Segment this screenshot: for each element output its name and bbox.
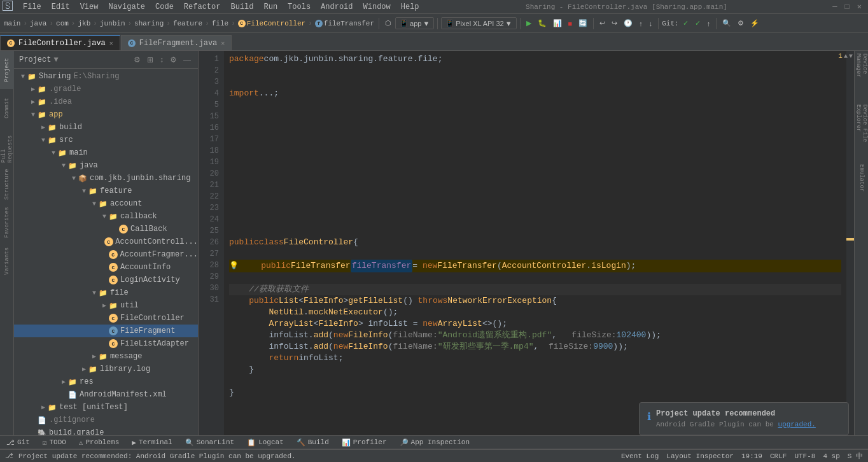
project-collapse-btn[interactable]: —: [181, 55, 193, 65]
tree-item-filecontroller[interactable]: ▶ C FileController: [14, 312, 198, 325]
tree-item-java[interactable]: ▼ 📁 java: [14, 159, 198, 172]
toolbar-btn-4[interactable]: ↑: [636, 18, 645, 29]
sidebar-tab-pullrequests[interactable]: Pull Requests: [0, 127, 14, 165]
breadcrumb-file[interactable]: file: [211, 20, 230, 27]
toolbar-btn-5[interactable]: ↓: [647, 18, 655, 29]
bottom-tab-profiler[interactable]: 📊 Profiler: [335, 435, 393, 449]
project-settings-btn[interactable]: ⚙: [132, 55, 143, 65]
tree-item-buildgradle[interactable]: ▶ 🐘 build.gradle: [14, 426, 198, 435]
right-tab-devicefileexplorer[interactable]: Device File Explorer: [855, 102, 868, 153]
bottom-tab-sonarlint[interactable]: 🔍 SonarLint: [179, 435, 241, 449]
tree-item-manifest[interactable]: ▶ 📄 AndroidManifest.xml: [14, 388, 198, 401]
close-btn[interactable]: ✕: [853, 2, 865, 11]
tree-item-res[interactable]: ▶ 📁 res: [14, 375, 198, 388]
sidebar-tab-favorites[interactable]: Favorites: [0, 204, 14, 242]
maximize-btn[interactable]: □: [841, 3, 853, 11]
sync-btn[interactable]: 🔄: [576, 18, 590, 29]
menu-refactor[interactable]: Refactor: [179, 0, 226, 13]
bottom-tab-appinspection[interactable]: 🔎 App Inspection: [393, 435, 476, 449]
breadcrumb-com[interactable]: com: [55, 20, 70, 27]
gutter-down-arrow[interactable]: ▼: [849, 53, 853, 60]
menu-help[interactable]: Help: [396, 0, 424, 13]
breadcrumb-java[interactable]: java: [29, 20, 48, 27]
tree-item-accountinfo[interactable]: ▶ C AccountInfo: [14, 261, 198, 274]
run-btn[interactable]: ▶: [524, 18, 534, 29]
breadcrumb-main[interactable]: main: [3, 20, 22, 27]
notification-link[interactable]: upgraded.: [778, 421, 815, 428]
minimize-btn[interactable]: ─: [829, 3, 841, 11]
tree-item-gitignore[interactable]: ▶ 📄 .gitignore: [14, 414, 198, 426]
tree-item-idea[interactable]: ▶ 📁 .idea: [14, 95, 198, 108]
git-checkmark-2[interactable]: ✓: [692, 18, 703, 29]
menu-window[interactable]: Window: [358, 0, 396, 13]
sidebar-tab-variants[interactable]: Variants: [0, 242, 14, 280]
breadcrumb-jkb[interactable]: jkb: [76, 20, 92, 27]
tree-item-test[interactable]: ▶ 📁 test [unitTest]: [14, 401, 198, 414]
menu-edit[interactable]: Edit: [46, 0, 75, 13]
tab-filecontroller-close[interactable]: ✕: [109, 39, 113, 47]
toolbar-btn-6[interactable]: 🔍: [720, 18, 734, 29]
device-dropdown[interactable]: 📱 Pixel XL API 32 ▼: [441, 17, 516, 29]
toolbar-app-dropdown[interactable]: 📱 app ▼: [395, 17, 434, 29]
layout-inspector-label[interactable]: Layout Inspector: [666, 452, 734, 460]
tab-filefragment[interactable]: C FileFragment.java ✕: [121, 35, 232, 50]
tree-item-loginactivity[interactable]: ▶ C LoginActivity: [14, 274, 198, 286]
gutter-up-arrow[interactable]: ▲: [844, 53, 848, 60]
tree-item-callback-class[interactable]: ▶ C CallBack: [14, 223, 198, 235]
project-dropdown-icon[interactable]: ▼: [53, 55, 58, 64]
tab-filecontroller[interactable]: C FileController.java ✕: [0, 35, 120, 50]
breadcrumb-filecontroller[interactable]: C FileController: [237, 19, 307, 27]
right-tab-emulator[interactable]: Emulator: [855, 153, 868, 204]
tree-item-file-folder[interactable]: ▼ 📁 file: [14, 286, 198, 299]
bottom-tab-terminal[interactable]: ▶ Terminal: [125, 435, 178, 449]
toolbar-btn-1[interactable]: ↩: [597, 18, 608, 29]
toolbar-arrow-btn[interactable]: ⬡: [382, 18, 394, 29]
sidebar-tab-commit[interactable]: Commit: [0, 89, 14, 127]
tree-item-gradle[interactable]: ▶ 📁 .gradle: [14, 83, 198, 95]
stop-btn[interactable]: ■: [566, 18, 575, 29]
toolbar-btn-3[interactable]: 🕐: [621, 18, 635, 29]
menu-code[interactable]: Code: [150, 0, 179, 13]
tree-item-src[interactable]: ▼ 📁 src: [14, 134, 198, 146]
tree-item-librarylog[interactable]: ▶ 📁 library.log: [14, 363, 198, 375]
tree-item-build[interactable]: ▶ 📁 build: [14, 121, 198, 134]
breadcrumb-sharing[interactable]: sharing: [133, 20, 165, 27]
tree-item-accountcontroll[interactable]: ▶ C AccountControll...: [14, 235, 198, 248]
bottom-tab-git[interactable]: ⎇ Git: [0, 435, 36, 449]
bottom-tab-build[interactable]: 🔨 Build: [290, 435, 335, 449]
menu-build[interactable]: Build: [225, 0, 258, 13]
tree-item-callback[interactable]: ▼ 📁 callback: [14, 210, 198, 223]
project-layout-btn[interactable]: ⊞: [145, 55, 155, 65]
tree-item-message[interactable]: ▶ 📁 message: [14, 350, 198, 363]
menu-tools[interactable]: Tools: [283, 0, 316, 13]
toolbar-btn-7[interactable]: ⚡: [748, 18, 762, 29]
breadcrumb-feature[interactable]: feature: [172, 20, 204, 27]
menu-file[interactable]: File: [18, 0, 46, 13]
tree-item-package[interactable]: ▼ 📦 com.jkb.junbin.sharing: [14, 172, 198, 185]
tree-item-main[interactable]: ▼ 📁 main: [14, 146, 198, 159]
tree-item-account[interactable]: ▼ 📁 account: [14, 197, 198, 210]
bottom-tab-todo[interactable]: ☑ TODO: [36, 435, 73, 449]
tree-item-filefragment[interactable]: ▶ C FileFragment: [14, 325, 198, 337]
menu-view[interactable]: View: [75, 0, 104, 13]
tree-item-feature[interactable]: ▼ 📁 feature: [14, 185, 198, 197]
tree-item-app[interactable]: ▼ 📁 app: [14, 108, 198, 121]
tree-item-accountfragment[interactable]: ▶ C AccountFragmer...: [14, 248, 198, 261]
project-sort-btn[interactable]: ↕: [158, 55, 165, 65]
tree-item-util[interactable]: ▶ 📁 util: [14, 299, 198, 312]
event-log-label[interactable]: Event Log: [621, 452, 659, 460]
settings-btn[interactable]: ⚙: [735, 18, 746, 29]
profile-btn[interactable]: 📊: [550, 18, 564, 29]
tree-item-sharing[interactable]: ▼ 📁 Sharing E:\Sharing: [14, 70, 198, 83]
breadcrumb-filetransfer[interactable]: f fileTransfer: [314, 20, 375, 27]
breadcrumb-junbin[interactable]: junbin: [99, 20, 127, 27]
tab-filefragment-close[interactable]: ✕: [221, 39, 225, 47]
bottom-tab-logcat[interactable]: 📋 Logcat: [241, 435, 290, 449]
right-tab-devicemanager[interactable]: Device Manager: [855, 51, 868, 102]
git-checkmark-1[interactable]: ✓: [680, 18, 691, 29]
menu-android[interactable]: Android: [316, 0, 358, 13]
code-content[interactable]: package com.jkb.junbin.sharing.feature.f…: [224, 51, 846, 435]
toolbar-btn-2[interactable]: ↪: [609, 18, 620, 29]
git-push-btn[interactable]: ↑: [704, 18, 713, 29]
project-gear-btn[interactable]: ⚙: [168, 55, 179, 65]
